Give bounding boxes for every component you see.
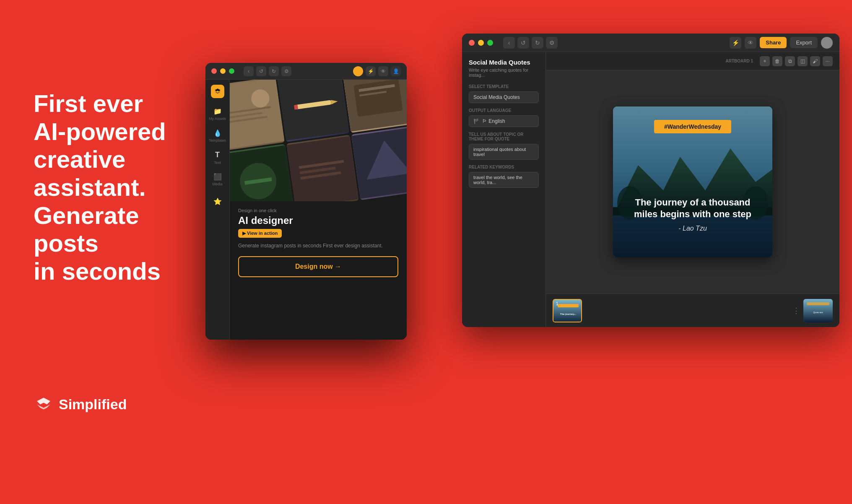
panel-subtitle: Write eye catching quotes for instag... bbox=[469, 68, 539, 78]
ai-tl-red[interactable] bbox=[211, 68, 217, 74]
svg-rect-23 bbox=[353, 80, 403, 117]
info-small-label: Design in one click bbox=[238, 208, 398, 213]
star-icon: ⭐ bbox=[213, 197, 222, 205]
app-logo-icon bbox=[211, 85, 224, 98]
add-icon[interactable]: + bbox=[760, 56, 770, 66]
ai-tl-green[interactable] bbox=[229, 68, 234, 74]
lightning-icon[interactable]: ⚡ bbox=[730, 37, 741, 49]
bg-window-titlebar: ‹ ↺ ↻ ⚙ ⚡ 👁 Share Export bbox=[462, 34, 839, 52]
info-big-title: AI designer bbox=[238, 215, 398, 226]
assets-label: My Assets bbox=[209, 117, 226, 121]
info-description: Generate instagram posts in seconds Firs… bbox=[238, 242, 398, 249]
redo-icon[interactable]: ↻ bbox=[532, 37, 543, 49]
more-icon[interactable]: ··· bbox=[823, 56, 833, 66]
traffic-light-yellow[interactable] bbox=[478, 40, 484, 46]
collage-img-2 bbox=[277, 80, 349, 142]
traffic-light-red[interactable] bbox=[469, 40, 475, 46]
ai-user-icon[interactable]: 👤 bbox=[391, 66, 401, 76]
keywords-input[interactable]: travel the world, see the world, tra... bbox=[469, 172, 539, 188]
assets-icon: 📁 bbox=[213, 107, 222, 115]
ai-panel-content: Design in one click AI designer ▶ View i… bbox=[230, 80, 407, 340]
design-artboard: #WanderWednesday The journey of a thousa… bbox=[613, 107, 772, 257]
more-thumbnails-icon[interactable]: ⋮ bbox=[792, 306, 800, 315]
traffic-light-green[interactable] bbox=[487, 40, 493, 46]
view-in-action-badge[interactable]: ▶ View in action bbox=[238, 229, 282, 238]
sidebar-item-text[interactable]: T Text bbox=[208, 148, 227, 167]
artboard-label: ARTBOARD 1 bbox=[725, 59, 753, 63]
ai-redo-icon[interactable]: ↻ bbox=[269, 66, 279, 76]
svg-text:The journey...: The journey... bbox=[560, 313, 577, 315]
sidebar-item-star[interactable]: ⭐ bbox=[208, 192, 227, 210]
panel-title: Social Media Quotes bbox=[469, 59, 539, 66]
flag-icon: 🏴 bbox=[473, 118, 480, 124]
template-label: SELECT TEMPLATE bbox=[469, 84, 539, 89]
language-label: OUTPUT LANGUAGE bbox=[469, 108, 539, 113]
thumbnail-1[interactable]: 1 The journey... bbox=[553, 299, 582, 322]
ai-info-card: Design in one click AI designer ▶ View i… bbox=[230, 201, 407, 277]
collage-section bbox=[230, 80, 407, 201]
delete-icon[interactable]: 🗑 bbox=[772, 56, 782, 66]
templates-label: Templates bbox=[209, 138, 226, 143]
collage-img-6 bbox=[351, 126, 407, 200]
svg-rect-18 bbox=[278, 80, 349, 140]
templates-icon: 💧 bbox=[213, 129, 222, 137]
svg-rect-21 bbox=[294, 105, 298, 110]
media-label: Media bbox=[212, 182, 223, 186]
collage-img-4 bbox=[230, 144, 294, 201]
collage-img-5 bbox=[287, 135, 359, 201]
export-button[interactable]: Export bbox=[790, 37, 818, 48]
ai-undo-icon[interactable]: ↺ bbox=[256, 66, 266, 76]
bg-editor-window: ‹ ↺ ↻ ⚙ ⚡ 👁 Share Export Social Media Qu… bbox=[462, 34, 839, 327]
bg-left-panel: Social Media Quotes Write eye catching q… bbox=[462, 52, 546, 327]
topic-input[interactable]: inspirational quotes about travel bbox=[469, 144, 539, 160]
hero-title: First ever AI-powered creative assistant… bbox=[34, 90, 210, 286]
media-icon: ⬛ bbox=[213, 173, 222, 181]
ai-tl-yellow[interactable] bbox=[220, 68, 226, 74]
svg-text:Quote text: Quote text bbox=[813, 311, 823, 314]
svg-rect-11 bbox=[807, 302, 829, 305]
ai-lightning-icon[interactable]: ⚡ bbox=[366, 66, 376, 76]
quote-author: - Lao Tzu bbox=[634, 225, 751, 232]
ai-popup-window: ‹ ↺ ↻ ⚙ ⚡ 👁 👤 📁 My Assets bbox=[205, 63, 407, 340]
simplified-logo-icon bbox=[34, 394, 54, 414]
collage-img-3 bbox=[342, 80, 407, 133]
template-select[interactable]: Social Media Quotes bbox=[469, 91, 539, 103]
text-label: Text bbox=[214, 161, 221, 165]
ai-window-titlebar: ‹ ↺ ↻ ⚙ ⚡ 👁 👤 bbox=[205, 63, 407, 80]
topic-label: TELL US ABOUT TOPIC OR THEME FOR QUOTE bbox=[469, 132, 539, 141]
ai-sidebar: 📁 My Assets 💧 Templates T Text ⬛ Media ⭐ bbox=[205, 80, 230, 340]
canvas-area: ARTBOARD 1 + 🗑 ⧉ ◫ 🖌 ··· bbox=[546, 52, 839, 327]
collage-img-1 bbox=[230, 80, 285, 151]
bg-window-body: Social Media Quotes Write eye catching q… bbox=[462, 52, 839, 327]
hero-left-panel: First ever AI-powered creative assistant… bbox=[34, 90, 210, 415]
sidebar-item-media[interactable]: ⬛ Media bbox=[208, 170, 227, 189]
paint-icon[interactable]: 🖌 bbox=[810, 56, 820, 66]
back-icon[interactable]: ‹ bbox=[503, 37, 515, 49]
canvas-toolbar: ARTBOARD 1 + 🗑 ⧉ ◫ 🖌 ··· bbox=[546, 52, 839, 70]
avatar-icon[interactable] bbox=[821, 37, 833, 49]
canvas-main: #WanderWednesday The journey of a thousa… bbox=[546, 70, 839, 294]
ai-window-body: 📁 My Assets 💧 Templates T Text ⬛ Media ⭐ bbox=[205, 80, 407, 340]
preview-icon[interactable]: 👁 bbox=[745, 37, 756, 49]
quote-text: The journey of a thousand miles begins w… bbox=[634, 197, 751, 221]
quote-text-container: The journey of a thousand miles begins w… bbox=[634, 197, 751, 232]
undo-icon[interactable]: ↺ bbox=[517, 37, 529, 49]
settings-icon[interactable]: ⚙ bbox=[546, 37, 558, 49]
ai-settings-icon[interactable]: ⚙ bbox=[281, 66, 291, 76]
language-select[interactable]: 🏴 🏳 English bbox=[469, 115, 539, 127]
design-now-button[interactable]: Design now → bbox=[238, 256, 398, 277]
layer-icon[interactable]: ◫ bbox=[797, 56, 808, 66]
hashtag-banner: #WanderWednesday bbox=[654, 120, 731, 133]
thumbnails-row: 1 The journey... ⋮ bbox=[546, 294, 839, 327]
brand-logo: Simplified bbox=[34, 394, 210, 414]
sidebar-item-templates[interactable]: 💧 Templates bbox=[208, 127, 227, 145]
brand-name: Simplified bbox=[59, 396, 127, 413]
sidebar-item-my-assets[interactable]: 📁 My Assets bbox=[208, 105, 227, 123]
svg-rect-8 bbox=[558, 304, 579, 307]
ai-avatar-icon[interactable] bbox=[353, 66, 363, 76]
thumbnail-2[interactable]: Quote text bbox=[803, 299, 833, 322]
ai-back-icon[interactable]: ‹ bbox=[244, 66, 254, 76]
ai-preview-icon[interactable]: 👁 bbox=[378, 66, 388, 76]
share-button[interactable]: Share bbox=[760, 37, 787, 48]
copy-icon[interactable]: ⧉ bbox=[785, 56, 795, 66]
